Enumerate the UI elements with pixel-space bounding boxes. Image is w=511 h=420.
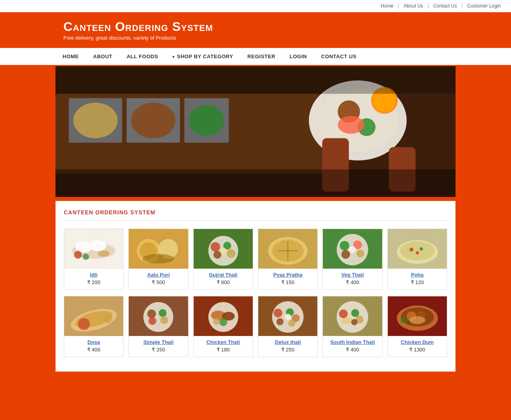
svg-point-22 bbox=[89, 240, 107, 251]
food-card-image bbox=[64, 229, 123, 269]
svg-point-65 bbox=[160, 316, 168, 324]
food-card-price: ₹ 400 bbox=[323, 347, 382, 353]
svg-rect-18 bbox=[55, 169, 456, 197]
food-card[interactable]: Aalu Puri₹ 500 bbox=[128, 229, 188, 290]
nav-register[interactable]: REGISTER bbox=[240, 48, 282, 65]
svg-point-33 bbox=[210, 242, 220, 252]
svg-point-71 bbox=[219, 318, 227, 326]
home-link[interactable]: Home bbox=[381, 3, 393, 9]
food-card[interactable]: Chicken Thali₹ 180 bbox=[193, 296, 253, 357]
hero-banner bbox=[55, 66, 456, 197]
svg-point-24 bbox=[83, 254, 89, 260]
svg-point-54 bbox=[419, 247, 423, 250]
top-bar: Home | About Us | Contact Us | Customer … bbox=[0, 0, 511, 12]
food-card-name[interactable]: South Indian Thali bbox=[323, 339, 382, 345]
svg-point-25 bbox=[98, 250, 110, 257]
svg-point-87 bbox=[351, 319, 358, 325]
svg-point-93 bbox=[409, 316, 425, 324]
food-card[interactable]: Delux thali₹ 250 bbox=[258, 296, 318, 357]
food-card[interactable]: South Indian Thali₹ 400 bbox=[322, 296, 382, 357]
food-card-name[interactable]: Pyaz Pratha bbox=[258, 272, 317, 278]
nav-all-foods[interactable]: ALL FOODS bbox=[120, 48, 165, 65]
svg-point-60 bbox=[103, 313, 112, 323]
food-card[interactable]: Idli₹ 200 bbox=[64, 229, 124, 290]
header: Canteen Ordering System Free delivery, g… bbox=[0, 12, 511, 48]
site-title: Canteen Ordering System bbox=[63, 19, 499, 34]
food-card-name[interactable]: Delux thali bbox=[258, 339, 317, 345]
food-grid-row1: Idli₹ 200 Aalu Puri₹ 500 Gujrat Thali₹ 8… bbox=[64, 229, 447, 290]
nav-home[interactable]: HOME bbox=[55, 48, 86, 65]
site-subtitle: Free delivery, great discounts, variety … bbox=[63, 35, 499, 41]
food-card[interactable]: Gujrat Thali₹ 800 bbox=[193, 229, 253, 290]
svg-point-55 bbox=[416, 251, 419, 254]
food-card-name[interactable]: Poha bbox=[388, 272, 447, 278]
svg-point-49 bbox=[349, 246, 356, 253]
food-card-price: ₹ 500 bbox=[129, 279, 188, 285]
nav-contact-us[interactable]: CONTACT US bbox=[314, 48, 364, 65]
food-card-image bbox=[129, 229, 188, 269]
contact-us-link[interactable]: Contact Us bbox=[433, 3, 457, 9]
hero-svg bbox=[55, 66, 456, 197]
nav-shop-by-category[interactable]: ▾ SHOP BY CATEGORY bbox=[165, 48, 240, 65]
nav-about[interactable]: ABOUT bbox=[86, 48, 120, 65]
food-card-image bbox=[258, 296, 317, 336]
svg-point-35 bbox=[227, 249, 235, 258]
food-card-price: ₹ 400 bbox=[323, 279, 382, 285]
food-card-name[interactable]: Simple Thali bbox=[129, 339, 188, 345]
about-us-link[interactable]: About Us bbox=[404, 3, 423, 9]
food-card[interactable]: Simple Thali₹ 250 bbox=[128, 296, 188, 357]
food-card-price: ₹ 800 bbox=[194, 279, 253, 285]
food-card-image bbox=[194, 296, 253, 336]
svg-point-48 bbox=[341, 250, 350, 259]
main-content: CANTEEN ORDERING SYSTEM Idli₹ 200 Aalu P… bbox=[55, 201, 456, 372]
food-card-name[interactable]: Gujrat Thali bbox=[194, 272, 253, 278]
food-card-price: ₹ 150 bbox=[258, 279, 317, 285]
customer-login-link[interactable]: Customer Login bbox=[467, 3, 501, 9]
food-card-price: ₹ 200 bbox=[64, 279, 123, 285]
svg-point-47 bbox=[357, 250, 364, 258]
food-card-image bbox=[323, 229, 382, 269]
svg-point-45 bbox=[340, 241, 349, 250]
food-card-image bbox=[194, 229, 253, 269]
food-card[interactable]: Chicken Dum₹ 1300 bbox=[387, 296, 447, 357]
food-card-name[interactable]: Chicken Dum bbox=[388, 339, 447, 345]
food-card[interactable]: Poha₹ 120 bbox=[387, 229, 447, 290]
food-card[interactable]: Dosa₹ 400 bbox=[64, 296, 124, 357]
food-card-image bbox=[388, 296, 447, 336]
svg-point-6 bbox=[131, 103, 175, 138]
separator-3: | bbox=[461, 3, 463, 9]
svg-point-78 bbox=[288, 320, 296, 327]
food-card-image bbox=[64, 296, 123, 336]
svg-point-7 bbox=[189, 105, 225, 136]
navbar: HOME ABOUT ALL FOODS ▾ SHOP BY CATEGORY … bbox=[0, 48, 511, 66]
svg-point-12 bbox=[338, 116, 364, 134]
hero-image bbox=[55, 66, 456, 197]
food-card-price: ₹ 180 bbox=[194, 347, 253, 353]
svg-point-30 bbox=[143, 254, 174, 263]
svg-point-62 bbox=[143, 302, 174, 332]
svg-point-72 bbox=[213, 318, 220, 325]
svg-point-80 bbox=[285, 314, 291, 320]
food-card-name[interactable]: Dosa bbox=[64, 339, 123, 345]
separator-2: | bbox=[428, 3, 429, 9]
food-card-name[interactable]: Chicken Thali bbox=[194, 339, 253, 345]
svg-point-63 bbox=[147, 309, 156, 318]
food-card-image bbox=[388, 229, 447, 269]
svg-point-36 bbox=[213, 251, 221, 259]
food-card[interactable]: Pyaz Pratha₹ 150 bbox=[258, 229, 318, 290]
dropdown-arrow-icon: ▾ bbox=[172, 55, 175, 59]
food-card-name[interactable]: Veg Thali bbox=[323, 272, 382, 278]
nav-login[interactable]: LOGIN bbox=[282, 48, 314, 65]
svg-point-86 bbox=[342, 318, 353, 324]
svg-point-23 bbox=[74, 251, 82, 259]
separator-1: | bbox=[398, 3, 399, 9]
svg-point-94 bbox=[400, 317, 407, 323]
section-title: CANTEEN ORDERING SYSTEM bbox=[64, 209, 447, 221]
food-card-name[interactable]: Idli bbox=[64, 272, 123, 278]
food-card-name[interactable]: Aalu Puri bbox=[129, 272, 188, 278]
food-card[interactable]: Veg Thali₹ 400 bbox=[322, 229, 382, 290]
food-card-price: ₹ 400 bbox=[64, 347, 123, 353]
svg-point-5 bbox=[73, 103, 118, 138]
food-grid-row2: Dosa₹ 400 Simple Thali₹ 250 Chicken Thal… bbox=[64, 296, 447, 357]
svg-point-66 bbox=[149, 317, 156, 325]
